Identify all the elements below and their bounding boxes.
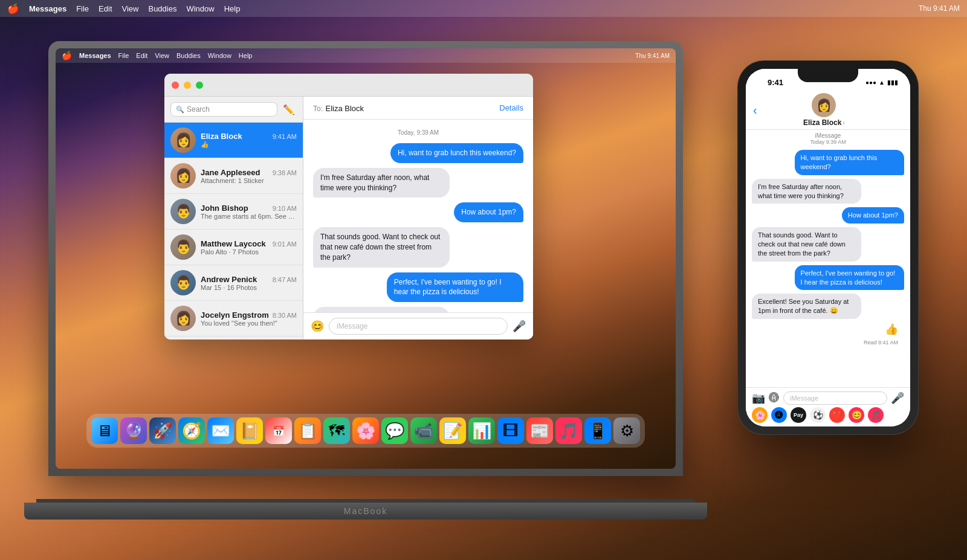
dock-mail[interactable]: ✉️ [207,417,234,444]
conv-info-john: John Bishop 9:10 AM The game starts at 6… [201,204,297,220]
iphone-extra-music[interactable]: 🎵 [868,407,884,423]
menubar-view[interactable]: View [122,4,139,13]
conversation-list: 👩 Eliza Block 9:41 AM 👍 [164,123,303,340]
dock-finder[interactable]: 🖥 [91,417,118,444]
conversation-item-jonathan[interactable]: 👨 Jonathan Wu Yesterday See you at the f… [164,336,303,340]
dock-safari[interactable]: 🧭 [178,417,205,444]
dock-appstore[interactable]: 📱 [584,417,611,444]
chat-input-field[interactable]: iMessage [329,318,508,335]
mac-menu-buddies[interactable]: Buddies [176,52,201,59]
iphone-screen: 9:41 ●●● ▲ ▮▮▮ ‹ 👩 Eliza Block › [746,69,910,426]
conv-preview-eliza: 👍 [201,141,297,149]
dock-siri[interactable]: 🔮 [120,417,147,444]
mac-menu-window[interactable]: Window [208,52,231,59]
dock-facetime[interactable]: 📹 [410,417,437,444]
dock-news[interactable]: 📰 [526,417,553,444]
conversation-item-jane[interactable]: 👩 Jane Appleseed 9:38 AM Attachment: 1 S… [164,158,303,194]
iphone-extra-heart[interactable]: ❤️ [829,407,845,423]
iphone-container: 9:41 ●●● ▲ ▮▮▮ ‹ 👩 Eliza Block › [737,60,919,435]
iphone-back-button[interactable]: ‹ [753,103,757,117]
message-bubble-2: I'm free Saturday after noon, what time … [313,168,450,198]
dock-notes[interactable]: 📔 [236,417,263,444]
conv-name-matthew: Matthew Laycock [201,239,266,248]
mac-menu-file[interactable]: File [118,52,129,59]
iphone-bubble-6: Excellent! See you Saturday at 1pm in fr… [752,294,861,319]
conv-header-andrew: Andrew Penick 8:47 AM [201,275,297,284]
iphone-camera-icon[interactable]: 📷 [752,391,765,405]
iphone-apps-icon[interactable]: 🅐 [769,392,780,405]
conversation-item-andrew[interactable]: 👨 Andrew Penick 8:47 AM Mar 15 · 16 Phot… [164,265,303,301]
audio-button[interactable]: 🎤 [513,320,526,333]
conv-header-jocelyn: Jocelyn Engstrom 8:30 AM [201,311,297,320]
dock-system-prefs[interactable]: ⚙ [613,417,640,444]
menubar-buddies[interactable]: Buddies [148,4,176,13]
iphone-extras-bar: 🌸 🅐 Pay ⚽ ❤️ 😊 🎵 [752,407,904,423]
search-input[interactable]: 🔍 Search [170,102,277,117]
conv-info-eliza: Eliza Block 9:41 AM 👍 [201,132,297,149]
conversation-item-matthew[interactable]: 👨 Matthew Laycock 9:01 AM Palo Alto · 7 … [164,230,303,265]
iphone-status-icons: ●●● ▲ ▮▮▮ [865,79,898,86]
iphone-extra-photos[interactable]: 🌸 [752,407,768,423]
dock-photos[interactable]: 🌸 [352,417,379,444]
maximize-button[interactable] [196,82,203,89]
messages-window: 🔍 Search ✏️ 👩 [164,74,533,340]
chat-details-button[interactable]: Details [499,103,523,112]
conv-preview-john: The game starts at 6pm. See you then! [201,213,297,220]
minimize-button[interactable] [184,82,191,89]
iphone-bubble-2: I'm free Saturday after noon, what time … [752,179,861,204]
message-row-2: I'm free Saturday after noon, what time … [313,168,523,198]
menubar-edit[interactable]: Edit [99,4,112,13]
mac-menu-view[interactable]: View [155,52,169,59]
iphone-time: 9:41 [768,78,783,87]
compose-button[interactable]: ✏️ [281,101,297,117]
iphone-mic-icon[interactable]: 🎤 [891,391,904,405]
menubar-window[interactable]: Window [186,4,214,13]
conversation-item-john[interactable]: 👨 John Bishop 9:10 AM The game starts at… [164,194,303,230]
iphone-tapback: 👍 [752,323,904,336]
conv-header-eliza: Eliza Block 9:41 AM [201,132,297,141]
iphone-extra-ball[interactable]: ⚽ [810,407,826,423]
conv-time-john: 9:10 AM [273,205,297,212]
conversation-item-jocelyn[interactable]: 👩 Jocelyn Engstrom 8:30 AM You loved "Se… [164,301,303,336]
menubar-file[interactable]: File [76,4,89,13]
mac-menu-messages[interactable]: Messages [79,52,111,59]
iphone-extra-memoji[interactable]: 😊 [849,407,864,423]
dock-calendar[interactable]: 📅 [265,417,292,444]
mac-menu-edit[interactable]: Edit [136,52,147,59]
macbook-body: 🍎 Messages File Edit View Buddies Window… [48,41,683,476]
dock-reminders[interactable]: 📋 [294,417,321,444]
close-button[interactable] [172,82,179,89]
emoji-button[interactable]: 😊 [311,320,324,333]
menubar-help[interactable]: Help [224,4,241,13]
iphone-extra-applepay[interactable]: Pay [791,407,806,423]
chat-to-section: To: Eliza Block [313,103,364,114]
conv-info-andrew: Andrew Penick 8:47 AM Mar 15 · 16 Photos [201,275,297,291]
apple-logo[interactable]: 🍎 [7,3,19,14]
iphone-extra-apps[interactable]: 🅐 [771,407,787,423]
conv-info-jane: Jane Appleseed 9:38 AM Attachment: 1 Sti… [201,168,297,184]
iphone-msg-3: How about 1pm? [752,207,904,224]
mac-menu-help[interactable]: Help [239,52,253,59]
avatar-jocelyn: 👩 [170,306,196,331]
chat-timestamp: Today, 9:39 AM [313,129,523,136]
window-titlebar [164,74,533,97]
avatar-eliza: 👩 [170,127,196,153]
dock-music[interactable]: 🎵 [555,417,582,444]
conv-info-matthew: Matthew Laycock 9:01 AM Palo Alto · 7 Ph… [201,239,297,256]
iphone-input-field[interactable]: iMessage [783,391,887,405]
dock-launchpad[interactable]: 🚀 [149,417,176,444]
menubar-app-name[interactable]: Messages [29,4,66,13]
dock-maps[interactable]: 🗺 [323,417,350,444]
dock-stickies[interactable]: 📝 [439,417,466,444]
macbook-label: MacBook [344,506,387,516]
menubar-left: 🍎 Messages File Edit View Buddies Window… [7,3,919,14]
message-row-5: Perfect, I've been wanting to go! I hear… [313,272,523,303]
conversation-item-eliza[interactable]: 👩 Eliza Block 9:41 AM 👍 [164,123,303,158]
iphone-contact-avatar: 👩 [812,93,836,117]
dock-keynote[interactable]: 🎞 [497,417,524,444]
mac-apple-icon: 🍎 [62,51,72,60]
dock-numbers[interactable]: 📊 [468,417,495,444]
menubar-right: Thu 9:41 AM [919,4,960,13]
chat-messages-area: Today, 9:39 AM Hi, want to grab lunch th… [303,120,533,312]
dock-messages[interactable]: 💬 [381,417,408,444]
